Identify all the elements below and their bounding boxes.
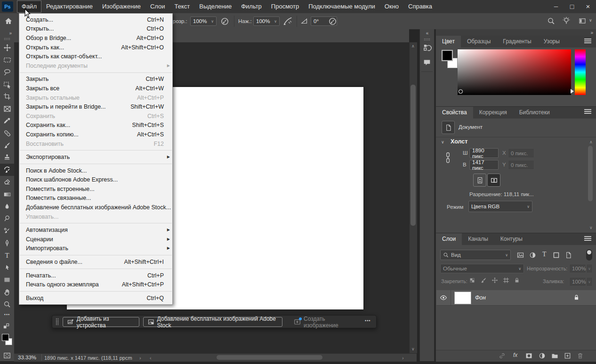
menu-item-close-and-bridge[interactable]: Закрыть и перейти в Bridge...Shift+Ctrl+… xyxy=(19,102,172,111)
width-field[interactable]: 1890 пикс xyxy=(469,148,499,158)
tab-layers[interactable]: Слои xyxy=(436,233,462,245)
taskbar-drag-handle[interactable] xyxy=(56,318,59,325)
height-field[interactable]: 1417 пикс xyxy=(469,160,499,170)
canvas-section-title[interactable]: Холст xyxy=(451,138,467,145)
menu-item-search-adobe-stock[interactable]: Поиск в Adobe Stock... xyxy=(19,166,172,175)
layers-panel-menu-icon[interactable] xyxy=(584,236,591,237)
menu-item-save-copy[interactable]: Сохранить копию...Alt+Ctrl+S xyxy=(19,130,172,139)
color-saturation-field[interactable] xyxy=(458,49,571,95)
spot-healing-brush-tool[interactable] xyxy=(0,127,14,139)
hue-slider-marker[interactable] xyxy=(571,89,574,94)
filter-toggle-pill[interactable] xyxy=(586,249,592,261)
menu-item-open-smart-object[interactable]: Открыть как смарт-объект... xyxy=(19,52,172,61)
dodge-tool[interactable] xyxy=(0,213,14,225)
menu-item-search-templates[interactable]: Поиск шаблонов Adobe Express... xyxy=(19,175,172,185)
lock-transparency-icon[interactable] xyxy=(469,277,475,284)
default-colors-icon[interactable] xyxy=(3,323,10,330)
properties-scroll-thumb[interactable] xyxy=(588,146,593,201)
tab-properties[interactable]: Свойства xyxy=(436,107,473,119)
edit-toolbar-ellipsis[interactable]: ••• xyxy=(0,312,14,317)
scroll-up-icon[interactable]: ∧ xyxy=(411,44,415,48)
menu-plugins[interactable]: Подключаемые модули xyxy=(304,0,380,13)
pen-tool[interactable] xyxy=(0,237,14,249)
add-from-device-button[interactable]: Добавить из устройства xyxy=(63,317,139,327)
hue-slider[interactable] xyxy=(575,49,586,95)
filter-pixel-layers-icon[interactable] xyxy=(517,252,524,259)
collapse-panels-icon[interactable]: » xyxy=(590,30,593,35)
eye-icon[interactable] xyxy=(440,294,447,301)
menu-item-close[interactable]: ЗакрытьCtrl+W xyxy=(19,75,172,84)
properties-panel-menu-icon[interactable] xyxy=(584,109,591,110)
mode-select[interactable]: Цвета RGB∨ xyxy=(468,201,532,212)
color-panel-menu-icon[interactable] xyxy=(584,39,591,40)
orientation-landscape-button[interactable] xyxy=(487,174,500,187)
menu-item-open-as[interactable]: Открыть как...Alt+Shift+Ctrl+O xyxy=(19,43,172,52)
rectangle-tool[interactable] xyxy=(0,274,14,286)
gradient-tool[interactable] xyxy=(0,188,14,200)
menu-view[interactable]: Просмотр xyxy=(266,0,304,13)
filter-adjustment-layers-icon[interactable] xyxy=(529,252,536,259)
tab-paths[interactable]: Контуры xyxy=(494,233,529,245)
history-panel-icon[interactable] xyxy=(423,43,432,52)
move-tool[interactable] xyxy=(0,41,14,54)
orientation-portrait-button[interactable] xyxy=(473,174,486,187)
rectangular-marquee-tool[interactable] xyxy=(0,54,14,66)
menu-item-scripts[interactable]: Сценарии▶ xyxy=(19,235,172,244)
brush-tool[interactable] xyxy=(0,139,14,151)
menu-item-browse-bridge[interactable]: Обзор в Bridge...Alt+Ctrl+O xyxy=(19,33,172,43)
tab-patterns[interactable]: Узоры xyxy=(538,36,566,47)
lock-artboard-icon[interactable] xyxy=(503,277,509,284)
layer-lock-icon[interactable] xyxy=(573,294,580,301)
color-picker-marker[interactable] xyxy=(459,89,463,94)
menu-item-place-embedded[interactable]: Поместить встроенные... xyxy=(19,184,172,194)
layer-row[interactable]: Фон xyxy=(436,290,596,306)
vertical-scrollbar[interactable]: ∧ ∨ xyxy=(409,42,417,353)
zoom-level[interactable]: 33.33% xyxy=(18,355,36,360)
workspace-icon[interactable] xyxy=(578,17,587,24)
adobe-stock-images-button[interactable]: Добавление бесплатных изображений Adobe … xyxy=(143,317,282,327)
properties-scroll-down-icon[interactable]: ∨ xyxy=(589,226,593,230)
vertical-scroll-thumb[interactable] xyxy=(411,85,416,226)
menu-item-export[interactable]: Экспортировать▶ xyxy=(19,152,172,162)
zoom-tool[interactable] xyxy=(0,298,14,310)
taskbar-more-ellipsis[interactable]: ••• xyxy=(365,318,370,323)
flow-field[interactable]: 100%∨ xyxy=(253,16,280,26)
hand-tool[interactable] xyxy=(0,286,14,298)
scroll-left-icon[interactable]: ‹ xyxy=(150,355,152,361)
new-layer-icon[interactable] xyxy=(564,352,571,359)
tab-gradients[interactable]: Градиенты xyxy=(497,36,537,47)
toolbar-drag-handle[interactable] xyxy=(4,38,10,40)
tab-libraries[interactable]: Библиотеки xyxy=(513,107,556,119)
section-collapse-icon[interactable]: ∨ xyxy=(441,140,444,144)
lock-paint-icon[interactable] xyxy=(480,277,487,284)
workspace-chevron-icon[interactable]: ∨ xyxy=(589,18,592,23)
status-popup-icon[interactable]: › xyxy=(139,355,141,361)
smudge-tool[interactable] xyxy=(0,225,14,237)
crop-tool[interactable] xyxy=(0,90,14,103)
type-tool[interactable]: T xyxy=(0,249,14,261)
airbrush-icon[interactable] xyxy=(328,17,337,26)
foreground-color-swatch[interactable] xyxy=(442,50,453,61)
menu-select[interactable]: Выделение xyxy=(194,0,236,13)
blur-tool[interactable] xyxy=(0,200,14,213)
path-selection-tool[interactable] xyxy=(0,261,14,274)
airbrush-opacity-icon[interactable] xyxy=(220,17,229,26)
menu-type[interactable]: Текст xyxy=(170,0,195,13)
menu-item-file-info[interactable]: Сведения о файле...Alt+Shift+Ctrl+I xyxy=(19,257,172,267)
add-layer-mask-icon[interactable] xyxy=(525,352,532,359)
tab-channels[interactable]: Каналы xyxy=(462,233,494,245)
layer-visibility-cell[interactable] xyxy=(436,290,451,305)
eyedropper-tool[interactable] xyxy=(0,115,14,127)
filter-shape-layers-icon[interactable] xyxy=(553,252,560,259)
properties-scroll-up-icon[interactable]: ∧ xyxy=(589,140,593,144)
home-icon[interactable] xyxy=(4,17,13,25)
layer-filter-select[interactable]: Вид ∨ xyxy=(440,250,511,260)
menu-item-automate[interactable]: Автоматизация▶ xyxy=(19,225,172,235)
menu-item-new[interactable]: Создать...Ctrl+N xyxy=(19,15,172,24)
menu-item-open[interactable]: Открыть...Ctrl+O xyxy=(19,24,172,34)
tab-color[interactable]: Цвет xyxy=(436,36,461,47)
scroll-right-icon[interactable]: › xyxy=(402,355,404,361)
foreground-color-swatch[interactable] xyxy=(2,334,9,341)
menu-help[interactable]: Справка xyxy=(403,0,437,13)
menu-item-close-all[interactable]: Закрыть всеAlt+Ctrl+W xyxy=(19,84,172,93)
